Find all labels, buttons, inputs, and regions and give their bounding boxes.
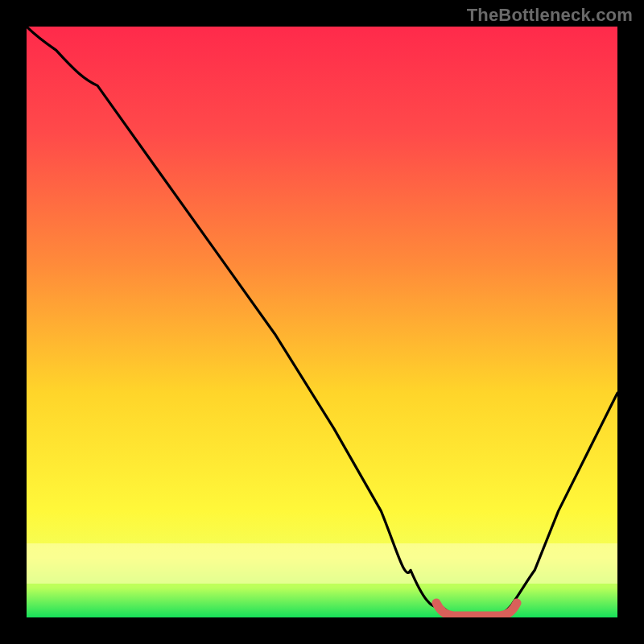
chart-frame: TheBottleneck.com xyxy=(0,0,644,644)
chart-svg xyxy=(27,27,617,617)
watermark-text: TheBottleneck.com xyxy=(467,5,633,26)
plot-area xyxy=(27,27,617,617)
gradient-background xyxy=(27,27,617,617)
